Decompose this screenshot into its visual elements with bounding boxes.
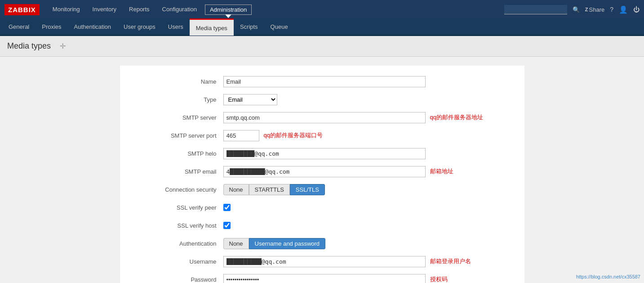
username-label: Username — [133, 258, 223, 265]
authentication-group: None Username and password — [223, 238, 326, 249]
share-button[interactable]: Z Share — [585, 6, 604, 13]
type-row: Type Email SMS Script Jabber Ez Texting — [133, 93, 511, 106]
nav-proxies[interactable]: Proxies — [36, 18, 67, 36]
authentication-row: Authentication None Username and passwor… — [133, 237, 511, 250]
nav-users[interactable]: Users — [162, 18, 190, 36]
page-title: Media types — [7, 41, 51, 51]
nav-reports[interactable]: Reports — [123, 0, 156, 19]
nav-authentication[interactable]: Authentication — [68, 18, 117, 36]
type-label: Type — [133, 96, 223, 103]
smtp-server-label: SMTP server — [133, 114, 223, 121]
smtp-email-label: SMTP email — [133, 168, 223, 175]
type-select[interactable]: Email SMS Script Jabber Ez Texting — [223, 94, 277, 105]
password-row: Password 授权码 — [133, 273, 511, 283]
ssl-verify-peer-checkbox[interactable] — [223, 204, 231, 211]
user-icon[interactable]: 👤 — [619, 5, 628, 14]
connection-security-group: None STARTTLS SSL/TLS — [223, 184, 325, 195]
smtp-helo-row: SMTP helo — [133, 147, 511, 160]
smtp-email-row: SMTP email 邮箱地址 — [133, 165, 511, 178]
ssl-verify-peer-label: SSL verify peer — [133, 204, 223, 211]
nav-general[interactable]: General — [2, 18, 36, 36]
help-icon[interactable]: ? — [610, 6, 613, 13]
second-navigation: General Proxies Authentication User grou… — [0, 19, 644, 36]
nav-user-groups[interactable]: User groups — [117, 18, 162, 36]
top-nav-right: 🔍 Z Share ? 👤 ⏻ — [504, 5, 640, 14]
password-label: Password — [133, 276, 223, 283]
smtp-server-input[interactable] — [223, 112, 426, 123]
username-input[interactable] — [223, 256, 426, 267]
username-row: Username 邮箱登录用户名 — [133, 255, 511, 268]
connection-security-starttls[interactable]: STARTTLS — [249, 184, 290, 195]
username-annotation: 邮箱登录用户名 — [430, 257, 471, 265]
auth-none[interactable]: None — [223, 238, 249, 249]
nav-administration[interactable]: Administration — [205, 4, 252, 15]
zabbix-logo: ZABBIX — [4, 4, 40, 15]
smtp-server-row: SMTP server qq的邮件服务器地址 — [133, 111, 511, 124]
connection-security-ssltls[interactable]: SSL/TLS — [290, 184, 325, 195]
ssl-verify-peer-row: SSL verify peer — [133, 201, 511, 214]
nav-inventory[interactable]: Inventory — [86, 0, 123, 19]
ssl-verify-host-label: SSL verify host — [133, 222, 223, 229]
page-title-bar: Media types ✛ — [0, 36, 644, 57]
ssl-verify-host-row: SSL verify host — [133, 219, 511, 232]
nav-configuration[interactable]: Configuration — [156, 0, 203, 19]
smtp-port-label: SMTP server port — [133, 132, 223, 139]
nav-scripts[interactable]: Scripts — [234, 18, 264, 36]
password-input[interactable] — [223, 274, 426, 283]
nav-monitoring[interactable]: Monitoring — [46, 0, 86, 19]
form-container: Name Type Email SMS Script Jabber Ez Tex… — [120, 66, 524, 283]
smtp-port-input[interactable] — [223, 130, 259, 141]
smtp-helo-label: SMTP helo — [133, 150, 223, 157]
page-content: Media types ✛ Name Type Email SMS Script… — [0, 36, 644, 283]
smtp-server-annotation: qq的邮件服务器地址 — [430, 113, 483, 121]
connection-security-none[interactable]: None — [223, 184, 249, 195]
nav-media-types[interactable]: Media types — [190, 18, 234, 36]
search-icon[interactable]: 🔍 — [573, 6, 580, 13]
bottom-link[interactable]: https://blog.csdn.net/cx35587 — [576, 274, 640, 279]
nav-queue[interactable]: Queue — [264, 18, 294, 36]
crosshair-indicator: ✛ — [60, 40, 66, 53]
search-input[interactable] — [504, 5, 567, 14]
smtp-email-input[interactable] — [223, 166, 426, 177]
ssl-verify-host-checkbox[interactable] — [223, 222, 231, 229]
connection-security-row: Connection security None STARTTLS SSL/TL… — [133, 183, 511, 196]
smtp-email-annotation: 邮箱地址 — [430, 167, 453, 175]
smtp-helo-input[interactable] — [223, 148, 426, 159]
smtp-port-annotation: qq的邮件服务器端口号 — [264, 131, 323, 139]
auth-username-password[interactable]: Username and password — [249, 238, 326, 249]
power-icon[interactable]: ⏻ — [633, 6, 640, 13]
authentication-label: Authentication — [133, 240, 223, 247]
name-label: Name — [133, 78, 223, 85]
password-annotation: 授权码 — [430, 275, 448, 283]
name-input[interactable] — [223, 76, 426, 87]
smtp-port-row: SMTP server port qq的邮件服务器端口号 — [133, 129, 511, 142]
top-navigation: ZABBIX Monitoring Inventory Reports Conf… — [0, 0, 644, 19]
connection-security-label: Connection security — [133, 186, 223, 193]
name-row: Name — [133, 75, 511, 88]
